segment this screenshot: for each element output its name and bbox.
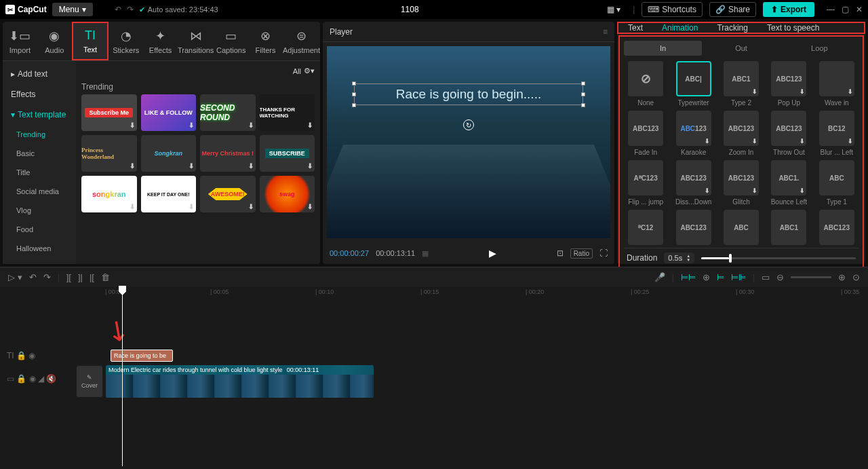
template-item[interactable]: LIKE & FOLLOW⬇ [141,94,197,131]
rotate-handle[interactable]: ↻ [463,119,474,130]
download-icon[interactable]: ⬇ [800,138,805,145]
anim-subtab-out[interactable]: Out [702,41,780,56]
text-track-controls[interactable]: TI 🔒 ◉ [0,350,73,362]
sidebar-sub-social[interactable]: Social media [3,182,76,201]
animation-item[interactable]: BC12⬇Blur ... Left [815,111,859,156]
export-button[interactable]: ⬆ Export [763,2,814,17]
animation-item[interactable]: ABC [719,210,763,245]
snap-tool-2[interactable]: ⊕ [703,272,710,282]
download-icon[interactable]: ⬇ [248,162,254,170]
play-button[interactable]: ▶ [435,248,549,259]
download-icon[interactable]: ⬇ [848,138,853,145]
animation-item[interactable]: ABC123⬇Zoom In [719,111,763,156]
rtab-tracking[interactable]: Tracking [707,23,757,33]
download-icon[interactable]: ⬇ [705,138,710,145]
redo-tl[interactable]: ↷ [43,272,51,282]
sidebar-effects[interactable]: Effects [3,84,76,105]
download-icon[interactable]: ⬇ [800,187,805,194]
tab-import[interactable]: ⬇▭Import [3,22,37,60]
playhead-line[interactable] [122,287,123,466]
animation-item[interactable]: AᴮC123Flip ... jump [624,160,667,206]
cover-button[interactable]: ✎ Cover [77,366,102,397]
anim-subtab-in[interactable]: In [624,41,702,56]
template-item[interactable]: SECOND ROUND⬇ [200,94,256,131]
redo-icon[interactable]: ↷ [127,5,134,14]
tab-stickers[interactable]: ◔Stickers [108,22,143,60]
text-clip[interactable]: Race is going to be [111,350,173,362]
fit-tool[interactable]: ⊙ [852,272,860,282]
snap-tool-1[interactable]: ⊨⊨ [681,272,696,282]
template-item[interactable]: KEEP IT DAY ONE!⬇ [141,176,197,212]
template-item[interactable]: Princess Wonderland⬇ [81,135,137,172]
template-item[interactable]: Merry Christmas !⬇ [200,135,256,172]
minimize-button[interactable]: — [827,5,835,14]
link-tool[interactable]: ⊨⊫ [731,272,746,282]
animation-item[interactable]: ABCType 1 [815,160,859,206]
animation-item[interactable]: ⬇Wave in [815,61,859,107]
sidebar-text-template[interactable]: ▾ Text template [3,105,76,125]
template-item[interactable]: Subscribe Me⬇ [81,94,137,131]
player-menu-icon[interactable]: ≡ [603,27,608,37]
video-track-controls[interactable]: ▭ 🔒 ◉ ◢ 🔇 [0,362,73,396]
download-icon[interactable]: ⬇ [248,203,254,210]
animation-item[interactable]: ABC123 [815,210,859,245]
sidebar-sub-halloween[interactable]: Halloween [3,239,76,258]
split-tool[interactable]: ][ [66,272,71,282]
all-filter-button[interactable]: All ⚙▾ [293,67,315,75]
animation-item[interactable]: ⊘None [624,61,667,107]
rtab-text[interactable]: Text [618,23,652,33]
undo-tl[interactable]: ↶ [29,272,37,282]
animation-item[interactable]: ABC1 [767,210,810,245]
tab-adjustment[interactable]: ⊜Adjustment [283,22,320,60]
download-icon[interactable]: ⬇ [130,121,135,129]
download-icon[interactable]: ⬇ [307,121,313,129]
template-item[interactable]: Songkran⬇ [141,135,197,172]
zoom-in-tool[interactable]: ⊕ [838,272,846,282]
share-button[interactable]: 🔗 Share [709,2,756,17]
download-icon[interactable]: ⬇ [307,162,313,170]
mic-tool[interactable]: 🎤 [654,272,665,282]
split-left-tool[interactable]: ]| [78,272,83,282]
tab-captions[interactable]: ▭Captions [214,22,248,60]
download-icon[interactable]: ⬇ [307,203,313,210]
text-layer[interactable]: Race is going to begin..... [354,83,583,105]
download-icon[interactable]: ⬇ [130,203,135,210]
preview-tool[interactable]: ▭ [762,272,770,282]
sidebar-sub-title[interactable]: Title [3,163,76,182]
template-item[interactable]: THANKS FOR WATCHING⬇ [260,94,315,131]
shortcuts-button[interactable]: ⌨ Shortcuts [642,2,703,17]
download-icon[interactable]: ⬇ [248,121,254,129]
animation-item[interactable]: ABC123⬇Glitch [719,160,763,206]
split-right-tool[interactable]: |[ [90,272,94,282]
download-icon[interactable]: ⬇ [752,187,757,194]
download-icon[interactable]: ⬇ [189,203,194,210]
zoom-slider[interactable] [791,276,831,278]
delete-tool[interactable]: 🗑 [101,272,110,282]
menu-button[interactable]: Menu▾ [52,3,93,16]
animation-item[interactable]: ABC123⬇Pop Up [767,61,810,107]
download-icon[interactable]: ⬇ [848,88,853,95]
animation-item[interactable]: ᴮC12 [624,210,667,245]
timeline-ruler[interactable]: | 00:00| 00:05| 00:10| 00:15| 00:20| 00:… [0,287,868,301]
sidebar-sub-trending[interactable]: Trending [3,125,76,144]
download-icon[interactable]: ⬇ [752,138,757,145]
download-icon[interactable]: ⬇ [189,121,194,129]
tab-transitions[interactable]: ⋈Transitions [178,22,214,60]
tab-audio[interactable]: ◉Audio [37,22,72,60]
duration-slider[interactable] [701,257,856,259]
player-viewport[interactable]: Race is going to begin..... ↻ [327,46,610,238]
tab-filters[interactable]: ⊗Filters [248,22,283,60]
cursor-tool[interactable]: ▷ ▾ [8,272,22,282]
quality-icon[interactable]: ▦ [422,249,429,258]
tab-effects[interactable]: ✦Effects [143,22,178,60]
template-item[interactable]: SUBSCRIBE⬇ [260,135,315,172]
animation-item[interactable]: ABC123⬇Throw Out [767,111,810,156]
duration-input[interactable]: 0.5s ▲▼ [664,252,694,263]
fullscreen-icon[interactable]: ⛶ [599,248,608,259]
download-icon[interactable]: ⬇ [130,162,135,170]
animation-item[interactable]: ABC|Typewriter [671,61,715,107]
sidebar-sub-basic[interactable]: Basic [3,144,76,163]
sidebar-sub-food[interactable]: Food [3,220,76,239]
anim-subtab-loop[interactable]: Loop [781,41,859,56]
template-item[interactable]: AWESOME!⬇ [200,176,256,212]
